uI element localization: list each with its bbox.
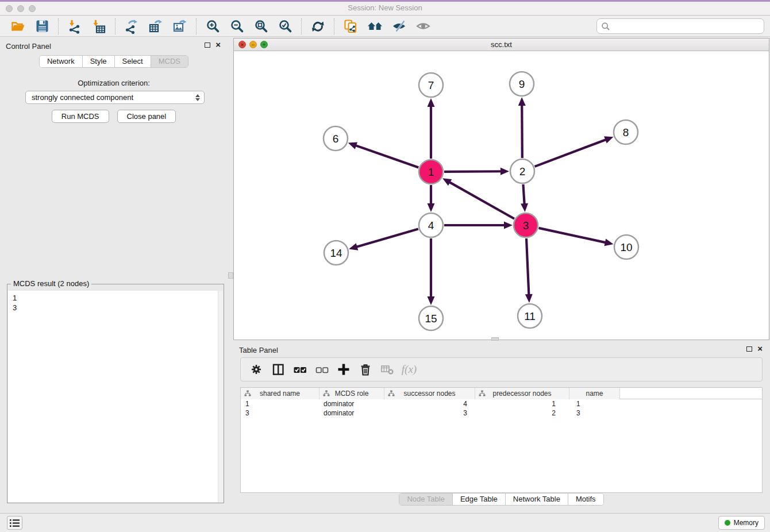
horizontal-splitter-grip[interactable]	[491, 337, 499, 341]
show-panels-button[interactable]	[7, 516, 22, 530]
float-table-panel-icon[interactable]	[746, 346, 752, 352]
table-cell[interactable]: 1	[569, 399, 620, 408]
tab-style[interactable]: Style	[83, 56, 115, 67]
graph-node-label: 6	[333, 133, 339, 145]
graph-edge-3-11[interactable]	[526, 238, 529, 295]
graph-node-label: 10	[620, 241, 632, 253]
tab-motifs[interactable]: Motifs	[568, 494, 603, 505]
table-cell[interactable]: 1	[475, 399, 569, 408]
houses-icon	[367, 18, 383, 34]
edge-arrowhead	[521, 203, 528, 212]
import-table-icon	[91, 19, 106, 34]
tab-network[interactable]: Network	[40, 56, 83, 67]
table-row[interactable]: 1dominator411	[241, 399, 762, 408]
edge-arrowhead	[428, 98, 435, 107]
zoom-selected-button[interactable]	[276, 17, 294, 36]
network-canvas[interactable]: 7968124314101511	[234, 52, 769, 340]
first-neighbors-button[interactable]	[365, 17, 384, 36]
graph-edge-2-3[interactable]	[523, 184, 524, 205]
table-cell[interactable]: 3	[241, 408, 319, 418]
edge-arrowhead	[504, 222, 513, 229]
table-cell[interactable]: 1	[241, 399, 319, 408]
graph-node-label: 15	[425, 313, 437, 325]
memory-status-icon	[725, 520, 730, 526]
tab-edge-table[interactable]: Edge Table	[453, 494, 506, 505]
criterion-dropdown[interactable]: strongly connected component	[25, 91, 205, 104]
refresh-layout-button[interactable]	[309, 17, 327, 36]
table-body: 1dominator4113dominator323	[241, 399, 762, 418]
network-titlebar[interactable]: × − + scc.txt	[234, 38, 769, 51]
column-header-MCDS-role[interactable]: MCDS role	[319, 388, 384, 399]
table-cell[interactable]: 2	[475, 408, 569, 418]
clone-network-button[interactable]	[341, 17, 360, 36]
run-mcds-button[interactable]: Run MCDS	[52, 110, 109, 123]
graph-edge-2-9[interactable]	[522, 105, 522, 158]
hierarchy-icon	[323, 390, 330, 397]
table-cell[interactable]: dominator	[319, 408, 384, 418]
table-row[interactable]: 3dominator323	[241, 408, 762, 418]
import-table-button[interactable]	[90, 17, 108, 36]
column-header-predecessor-nodes[interactable]: predecessor nodes	[475, 388, 569, 399]
table-settings-button[interactable]	[248, 361, 265, 378]
graph-edge-3-10[interactable]	[538, 228, 606, 242]
delete-table-button[interactable]	[379, 361, 396, 378]
column-header-shared-name[interactable]: shared name	[241, 388, 319, 399]
list-icon	[9, 518, 20, 528]
trash-icon	[359, 363, 372, 376]
table-cell[interactable]: 4	[384, 399, 475, 408]
float-panel-icon[interactable]	[205, 43, 210, 48]
tab-mcds[interactable]: MCDS	[151, 56, 188, 67]
graph-edge-3-1[interactable]	[449, 182, 514, 219]
close-panel-icon[interactable]: ×	[215, 42, 221, 48]
edge-arrowhead	[348, 142, 357, 149]
close-table-panel-icon[interactable]: ×	[757, 346, 763, 352]
function-builder-button[interactable]: f(x)	[401, 361, 418, 378]
tab-network-table[interactable]: Network Table	[506, 494, 568, 505]
edge-arrowhead	[518, 97, 526, 106]
refresh-icon	[310, 19, 325, 34]
search-input[interactable]	[610, 20, 764, 33]
show-columns-button[interactable]	[270, 361, 287, 378]
hide-selected-button[interactable]	[390, 17, 408, 36]
show-all-button[interactable]	[414, 17, 432, 36]
edge-arrowhead	[500, 168, 509, 175]
deselect-all-button[interactable]	[313, 361, 330, 378]
column-header-successor-nodes[interactable]: successor nodes	[384, 388, 475, 399]
table-tabs: Node Table Edge Table Network Table Moti…	[399, 493, 603, 506]
graph-node-label: 14	[330, 247, 342, 259]
save-session-button[interactable]	[33, 17, 51, 36]
toolbar-search[interactable]	[596, 18, 764, 34]
export-table-button[interactable]	[147, 17, 165, 36]
table-cell[interactable]: dominator	[319, 399, 384, 408]
zoom-fit-button[interactable]	[252, 17, 270, 36]
node-table: shared nameMCDS rolesuccessor nodesprede…	[240, 387, 763, 493]
result-scrollbar[interactable]	[218, 291, 223, 502]
tab-node-table[interactable]: Node Table	[399, 494, 453, 505]
close-panel-button[interactable]: Close panel	[117, 110, 176, 123]
delete-column-button[interactable]	[357, 361, 374, 378]
import-network-button[interactable]	[66, 17, 84, 36]
graph-edge-4-14[interactable]	[356, 229, 418, 247]
select-all-button[interactable]	[291, 361, 309, 378]
tab-select[interactable]: Select	[115, 56, 151, 67]
open-session-button[interactable]	[9, 17, 27, 36]
export-image-button[interactable]	[171, 17, 189, 36]
hierarchy-icon	[388, 390, 395, 397]
mcds-result-area[interactable]: 1 3	[8, 291, 223, 502]
mcds-result-title: MCDS result (2 nodes)	[11, 279, 91, 288]
export-network-button[interactable]	[122, 17, 141, 36]
zoom-in-button[interactable]	[203, 17, 222, 36]
graph-edge-1-2[interactable]	[444, 171, 502, 172]
main-toolbar	[0, 16, 770, 37]
save-floppy-icon	[35, 19, 49, 33]
table-cell[interactable]: 3	[569, 408, 620, 418]
network-window: × − + scc.txt 7968124314101511	[233, 38, 769, 340]
graph-edge-2-8[interactable]	[535, 140, 607, 167]
table-cell[interactable]: 3	[384, 408, 475, 418]
graph-edge-1-6[interactable]	[355, 145, 418, 168]
vertical-splitter-grip[interactable]	[228, 272, 233, 279]
column-header-name[interactable]: name	[569, 388, 620, 399]
zoom-out-button[interactable]	[228, 17, 246, 36]
create-column-button[interactable]	[335, 361, 352, 378]
memory-button[interactable]: Memory	[718, 516, 765, 530]
